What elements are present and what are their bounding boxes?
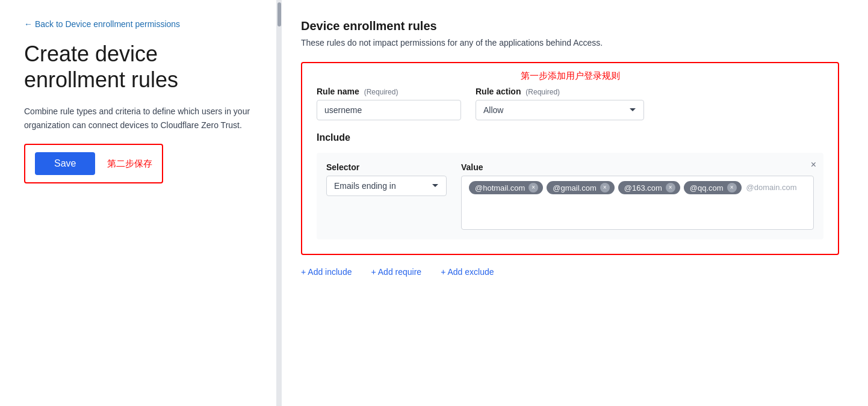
rule-name-input[interactable] bbox=[317, 100, 461, 120]
rule-name-label: Rule name (Required) bbox=[317, 87, 461, 96]
rules-card: 第一步添加用户登录规则 Rule name (Required) Rule ac… bbox=[301, 62, 839, 255]
scrollbar[interactable] bbox=[277, 0, 282, 406]
add-links: + Add include + Add require + Add exclud… bbox=[301, 267, 839, 277]
value-placeholder: @domain.com bbox=[745, 181, 798, 194]
tag-gmail: @gmail.com × bbox=[547, 181, 614, 194]
back-link[interactable]: ← Back to Device enrollment permissions bbox=[24, 19, 252, 29]
right-panel: Device enrollment rules These rules do n… bbox=[282, 0, 868, 406]
section-title: Device enrollment rules bbox=[301, 19, 839, 33]
value-group: Value @hotmail.com × @gmail.com × bbox=[461, 162, 814, 230]
page-title: Create device enrollment rules bbox=[24, 41, 252, 93]
tag-163-close[interactable]: × bbox=[666, 183, 675, 192]
fields-row: Rule name (Required) Rule action (Requir… bbox=[317, 87, 823, 120]
include-header: Include bbox=[317, 132, 823, 143]
rule-action-label: Rule action (Required) bbox=[476, 87, 644, 96]
include-fields-row: Selector Emails ending in Emails Country… bbox=[326, 162, 814, 230]
page-description: Combine rule types and criteria to defin… bbox=[24, 105, 252, 132]
rule-action-select[interactable]: Allow Block bbox=[476, 100, 644, 120]
include-section: × Selector Emails ending in Emails Count… bbox=[317, 153, 823, 239]
add-require-link[interactable]: + Add require bbox=[371, 267, 421, 277]
selector-select[interactable]: Emails ending in Emails Country IP range… bbox=[326, 176, 447, 196]
scroll-thumb bbox=[277, 2, 281, 26]
section-description: These rules do not impact permissions fo… bbox=[301, 38, 839, 48]
tag-163: @163.com × bbox=[618, 181, 680, 194]
selector-label: Selector bbox=[326, 162, 447, 172]
tag-hotmail-close[interactable]: × bbox=[529, 183, 538, 192]
tag-hotmail: @hotmail.com × bbox=[469, 181, 543, 194]
tag-qq-close[interactable]: × bbox=[727, 183, 737, 192]
right-panel-wrapper: Device enrollment rules These rules do n… bbox=[277, 0, 868, 406]
add-include-link[interactable]: + Add include bbox=[301, 267, 352, 277]
value-label: Value bbox=[461, 162, 814, 172]
tag-gmail-close[interactable]: × bbox=[600, 183, 610, 192]
left-panel: ← Back to Device enrollment permissions … bbox=[0, 0, 277, 406]
rule-action-group: Rule action (Required) Allow Block bbox=[476, 87, 644, 120]
selector-group: Selector Emails ending in Emails Country… bbox=[326, 162, 447, 196]
rule-name-group: Rule name (Required) bbox=[317, 87, 461, 120]
step2-annotation: 第二步保存 bbox=[107, 158, 152, 170]
card-inner: Rule name (Required) Rule action (Requir… bbox=[302, 87, 838, 254]
tag-qq: @qq.com × bbox=[684, 181, 742, 194]
save-section: Save 第二步保存 bbox=[24, 144, 163, 183]
step1-annotation: 第一步添加用户登录规则 bbox=[302, 63, 838, 87]
close-button[interactable]: × bbox=[811, 160, 816, 170]
save-button[interactable]: Save bbox=[35, 152, 95, 175]
add-exclude-link[interactable]: + Add exclude bbox=[441, 267, 494, 277]
tags-input[interactable]: @hotmail.com × @gmail.com × @163.com × bbox=[461, 176, 814, 230]
